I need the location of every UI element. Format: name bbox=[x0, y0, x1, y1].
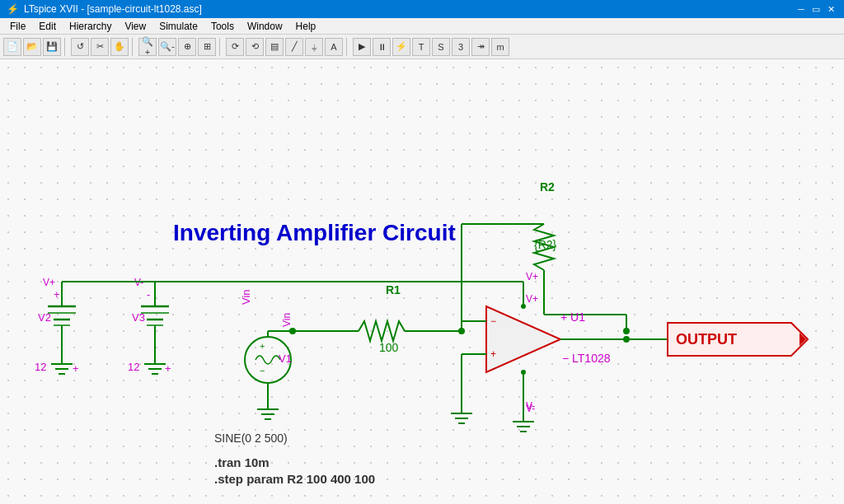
svg-point-78 bbox=[458, 328, 465, 334]
svg-text:12: 12 bbox=[35, 361, 46, 373]
svg-point-72 bbox=[521, 370, 526, 375]
tb-probe[interactable]: ⚡ bbox=[392, 38, 410, 56]
menu-file[interactable]: File bbox=[3, 18, 32, 34]
svg-text:.tran 10m: .tran 10m bbox=[214, 455, 270, 469]
svg-text:−: − bbox=[260, 366, 265, 376]
svg-text:V+: V+ bbox=[43, 277, 55, 288]
svg-text:V+: V+ bbox=[526, 293, 538, 305]
close-button[interactable]: ✕ bbox=[824, 2, 837, 16]
svg-text:R1: R1 bbox=[386, 283, 401, 296]
svg-text:Vin: Vin bbox=[281, 313, 293, 327]
svg-text:Vin: Vin bbox=[240, 289, 252, 305]
tb-spice[interactable]: S bbox=[432, 38, 450, 56]
svg-point-69 bbox=[521, 304, 526, 309]
svg-text:+: + bbox=[54, 288, 60, 301]
tb-run[interactable]: ▶ bbox=[353, 38, 371, 56]
title-bar: ⚡ LTspice XVII - [sample-circuit-lt1028.… bbox=[0, 0, 844, 18]
tb-undo[interactable]: ↺ bbox=[71, 38, 89, 56]
tb-zoom-fit[interactable]: ⊕ bbox=[178, 38, 196, 56]
circuit-diagram: Inverting Amplifier Circuit V2 + V+ 12 +… bbox=[0, 59, 844, 504]
tb-hand[interactable]: ✋ bbox=[110, 38, 129, 56]
svg-point-79 bbox=[623, 328, 630, 334]
tb-component[interactable]: ▤ bbox=[265, 38, 284, 56]
tb-step[interactable]: ↠ bbox=[471, 38, 490, 56]
tb-wire[interactable]: ╱ bbox=[285, 38, 303, 56]
svg-text:100: 100 bbox=[379, 341, 399, 354]
menu-edit[interactable]: Edit bbox=[32, 18, 63, 34]
tb-mirror[interactable]: ⟲ bbox=[246, 38, 264, 56]
tb-save[interactable]: 💾 bbox=[43, 38, 61, 56]
tb-3[interactable]: 3 bbox=[452, 38, 470, 56]
tb-cut[interactable]: ✂ bbox=[91, 38, 109, 56]
svg-text:V1: V1 bbox=[279, 352, 292, 365]
svg-text:+: + bbox=[73, 362, 79, 375]
tb-rotate[interactable]: ⟳ bbox=[226, 38, 244, 56]
menu-bar: File Edit Hierarchy View Simulate Tools … bbox=[0, 18, 844, 35]
svg-text:+ U1: + U1 bbox=[560, 310, 585, 324]
tb-label[interactable]: A bbox=[325, 38, 343, 56]
tb-meas[interactable]: m bbox=[491, 38, 509, 56]
menu-view[interactable]: View bbox=[118, 18, 152, 34]
minimize-button[interactable]: ─ bbox=[795, 2, 808, 16]
svg-text:.step param R2 100 400 100: .step param R2 100 400 100 bbox=[214, 472, 375, 486]
menu-hierarchy[interactable]: Hierarchy bbox=[63, 18, 118, 34]
svg-text:+: + bbox=[260, 341, 265, 351]
circuit-title: Inverting Amplifier Circuit bbox=[173, 220, 456, 245]
svg-text:− LT1028: − LT1028 bbox=[562, 352, 611, 365]
menu-help[interactable]: Help bbox=[289, 18, 323, 34]
menu-tools[interactable]: Tools bbox=[204, 18, 241, 34]
svg-text:12: 12 bbox=[128, 361, 139, 373]
svg-point-88 bbox=[289, 328, 296, 334]
app-icon: ⚡ bbox=[7, 3, 19, 15]
tb-new[interactable]: 📄 bbox=[3, 38, 21, 56]
menu-simulate[interactable]: Simulate bbox=[152, 18, 204, 34]
svg-text:R2: R2 bbox=[540, 180, 555, 194]
window-title: LTspice XVII - [sample-circuit-lt1028.as… bbox=[24, 3, 202, 15]
svg-text:V+: V+ bbox=[526, 271, 538, 282]
tb-ground[interactable]: ⏚ bbox=[305, 38, 323, 56]
toolbar: 📄 📂 💾 ↺ ✂ ✋ 🔍+ 🔍- ⊕ ⊞ ⟳ ⟲ ▤ ╱ ⏚ A ▶ ⏸ ⚡ … bbox=[0, 35, 844, 59]
tb-zoom-box[interactable]: ⊞ bbox=[198, 38, 216, 56]
svg-text:OUTPUT: OUTPUT bbox=[676, 331, 737, 348]
svg-text:SINE(0 2 500): SINE(0 2 500) bbox=[214, 432, 288, 445]
tb-zoom-out[interactable]: 🔍- bbox=[158, 38, 176, 56]
svg-text:V-: V- bbox=[526, 403, 535, 414]
svg-text:+: + bbox=[165, 362, 171, 375]
svg-text:−: − bbox=[490, 315, 496, 327]
tb-text[interactable]: T bbox=[412, 38, 430, 56]
menu-window[interactable]: Window bbox=[241, 18, 289, 34]
svg-marker-54 bbox=[486, 306, 560, 372]
svg-text:+: + bbox=[490, 348, 496, 360]
canvas-area[interactable]: Inverting Amplifier Circuit V2 + V+ 12 +… bbox=[0, 59, 844, 504]
tb-pause[interactable]: ⏸ bbox=[373, 38, 391, 56]
tb-open[interactable]: 📂 bbox=[23, 38, 41, 56]
tb-zoom-in[interactable]: 🔍+ bbox=[138, 38, 157, 56]
svg-text:-: - bbox=[147, 288, 150, 301]
restore-button[interactable]: ▭ bbox=[809, 2, 823, 16]
